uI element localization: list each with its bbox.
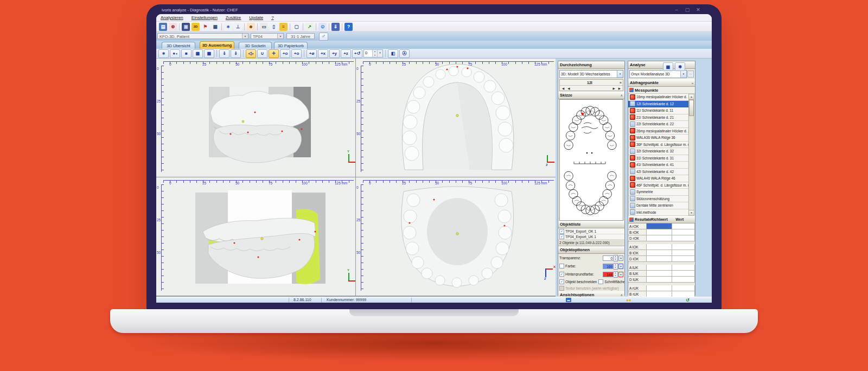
wert-cell[interactable] (672, 256, 695, 262)
axes-icon[interactable]: ⊥ (234, 23, 242, 31)
layout-grid[interactable]: ▩ (204, 49, 214, 58)
objekt-beschneiden-checkbox[interactable]: ✓ (559, 279, 564, 284)
add-point[interactable]: ✛ (269, 49, 279, 58)
hintergrundfarbe-checkbox[interactable]: ✓ (559, 272, 564, 277)
menu-item-1[interactable]: Einstellungen (192, 15, 218, 20)
richtwert-cell[interactable] (647, 256, 672, 262)
next-point-button[interactable]: ▶ (611, 87, 616, 90)
close-button[interactable]: ✕ (694, 7, 702, 14)
messpunkt-item[interactable]: Symmetrie (628, 189, 690, 196)
maximize-button[interactable]: ▢ (684, 7, 691, 14)
module-3d-icon[interactable]: 3D (192, 23, 200, 31)
skizze-header[interactable]: Skizze ∧ (558, 92, 624, 99)
messpunkt-item[interactable]: 32I Schneidekante d. 32 (628, 148, 690, 155)
star-tool[interactable]: ∗ (158, 49, 169, 58)
object-checkbox[interactable]: ✓ (559, 229, 564, 234)
grid-settings-icon[interactable]: ▦ (663, 62, 673, 71)
chevron-down-icon[interactable]: ▾ (252, 52, 254, 55)
farbe-checkbox[interactable] (559, 264, 564, 268)
search-icon[interactable]: ⊕ (169, 23, 177, 31)
gender-male-icon[interactable]: ♂ (319, 33, 328, 41)
transparenz-input[interactable]: 0 (603, 255, 614, 261)
globe-icon[interactable]: ⊙ (318, 23, 327, 31)
hintergrundfarbe-input[interactable]: 144 (603, 272, 614, 277)
transparenz-stepper[interactable]: ▴▾ (614, 255, 618, 261)
resultate-row[interactable]: A lUK (628, 265, 695, 271)
patient-select[interactable]: KFO-3D, Patient ▾ (157, 33, 248, 39)
durchzeichnung-select[interactable]: 3D: Modell 3D Wechselgebiss ▾ (559, 70, 623, 78)
richtwert-cell[interactable] (647, 223, 672, 229)
messpunkt-item[interactable]: 22I Schneidekante d. 22 (628, 121, 690, 128)
rotate-point[interactable]: +↺ (352, 49, 362, 58)
spin-down-icon[interactable]: ▾ (373, 54, 377, 57)
rotation-angle-stepper[interactable]: ▴▾ (372, 50, 377, 57)
chart-icon[interactable]: ↗ (305, 23, 314, 31)
tab-3d-auswertung[interactable]: 3D Auswertung (200, 41, 234, 49)
textur-checkbox[interactable] (559, 286, 564, 291)
help-icon[interactable]: ? (344, 23, 353, 31)
richtwert-cell[interactable] (647, 271, 672, 277)
messpunkt-item[interactable]: 46F Schnittpkt. d. Längsfissur m. n. lin… (628, 182, 690, 189)
wert-cell[interactable] (672, 223, 695, 229)
image-icon[interactable]: ▣ (182, 23, 190, 31)
analyse-select[interactable]: Onyx Modellanalyse 3D ▾ (629, 70, 687, 78)
move-free[interactable]: +ø (307, 49, 317, 58)
rotate-3d-tool[interactable]: ●▾ (170, 49, 180, 58)
messpunkte-group-row[interactable]: Messpunkte (628, 87, 695, 94)
richtwert-cell[interactable] (647, 285, 672, 291)
chevrons-icon[interactable]: » (620, 80, 623, 85)
resultate-row[interactable]: D lOK (628, 256, 695, 262)
richtwert-cell[interactable] (647, 265, 672, 271)
wert-cell[interactable] (672, 229, 695, 235)
messpunkt-item[interactable]: Inkl.methode (628, 209, 690, 216)
scroll-up-icon[interactable]: ▲ (689, 94, 694, 100)
viewport-lateral[interactable]: Y X 0255075100125 mm02550 (156, 177, 356, 296)
save-icon[interactable]: ⇓ (331, 23, 340, 31)
resultate-row[interactable]: A rOK (628, 223, 695, 229)
viewport-upper-occlusal[interactable]: Z 0255075100125 mm02550 (356, 59, 556, 177)
menu-item-0[interactable]: Analysieren (161, 15, 183, 20)
richtwert-cell[interactable] (647, 277, 672, 283)
move-z[interactable]: +z (341, 49, 351, 58)
save-view[interactable]: ⇓ (219, 49, 229, 58)
dental-arch-sketch[interactable] (559, 99, 623, 221)
schnittflaeche-checkbox[interactable] (598, 279, 603, 284)
farbe-dropdown[interactable]: ▾ (618, 264, 623, 269)
contrast-tool[interactable]: ◧ (388, 49, 398, 58)
messpunkt-item[interactable]: 41I Schneidekante d. 41 (628, 162, 690, 169)
minimize-panel-icon[interactable]: ▬ (566, 298, 571, 302)
rotation-angle-spinbox[interactable]: 0▴▾▾ (363, 49, 383, 57)
messpunkt-item[interactable]: WALA46 WALA Ridge 46 (628, 175, 690, 182)
export-view[interactable]: ⇓ (231, 49, 241, 58)
messpunkt-item[interactable]: 16mp mesiopalatinaler Höcker d. 16 (628, 94, 690, 101)
database-icon[interactable]: ▤ (159, 23, 167, 31)
farbe-input[interactable]: 169 (603, 264, 614, 269)
point-select-icon[interactable]: ∗ (224, 23, 232, 31)
messpunkt-item[interactable]: 36F Schnittpkt. d. Längsfissur m. n. lin… (628, 142, 690, 149)
resultate-row[interactable]: A rUK (628, 285, 695, 291)
add-point-o2[interactable]: +o (291, 49, 302, 58)
scroll-down-icon[interactable]: ▼ (689, 210, 694, 215)
chevron-down-icon[interactable]: ▾ (377, 50, 382, 57)
messpunkt-item[interactable]: 21I Schneidekante d. 21 (628, 114, 690, 121)
add-point-o1[interactable]: +o (280, 49, 290, 58)
farbe-stepper[interactable]: ▴▾ (614, 263, 618, 270)
tab-3d-übersicht[interactable]: 3D Übersicht (162, 42, 195, 49)
messpunkt-item[interactable]: Stützzonenschätzung (628, 196, 690, 203)
gear-icon[interactable]: ✱ (675, 62, 685, 71)
chevron-down-icon[interactable]: ▾ (242, 34, 248, 39)
menu-item-2[interactable]: Zusätze (226, 15, 241, 20)
messpunkt-item[interactable]: 31I Schneidekante d. 31 (628, 155, 690, 162)
messpunkt-item[interactable]: WALA36 WALA Ridge 36 (628, 135, 690, 142)
resultate-row[interactable]: D rOK (628, 235, 695, 241)
print-icon[interactable]: ▭ (260, 23, 268, 31)
layout-single[interactable]: ■ (181, 49, 192, 58)
chevron-down-icon[interactable]: ▾ (680, 71, 686, 78)
resultate-row[interactable]: D lUK (628, 277, 695, 283)
chevrons-icon[interactable]: » (692, 81, 693, 85)
scrollbar-thumb[interactable] (689, 100, 694, 116)
collapse-icon[interactable]: ∧ (621, 293, 623, 297)
analyse-more-button[interactable]: ... (687, 71, 694, 78)
wert-cell[interactable] (672, 265, 695, 271)
durchzeichnung-header[interactable]: Durchzeichnung (558, 61, 624, 69)
